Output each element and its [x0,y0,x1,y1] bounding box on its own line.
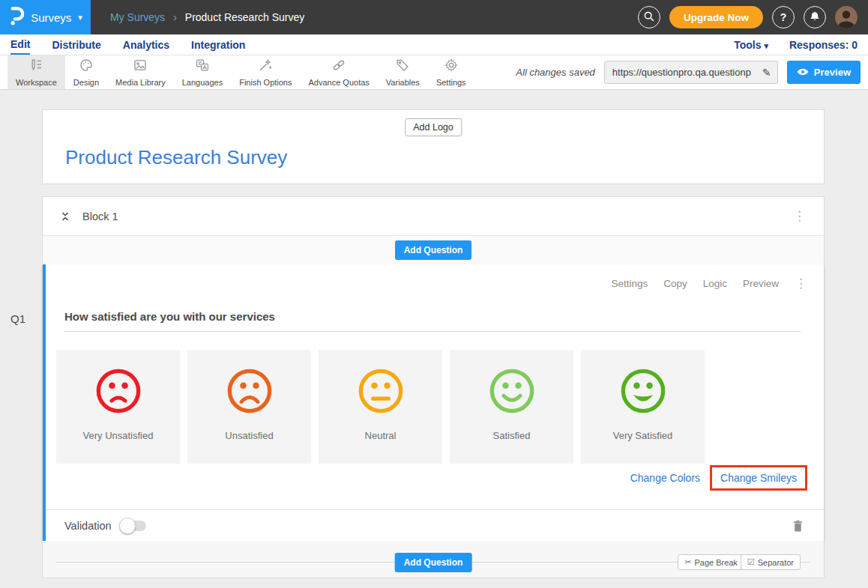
validation-row: Validation [46,509,824,541]
question-menu-kebab-icon[interactable]: ⋮ [795,277,807,290]
questionpro-logo-icon [8,5,24,29]
bell-icon [809,10,821,24]
upgrade-now-button[interactable]: Upgrade Now [669,6,763,28]
page-break-scissors-icon: ✂ [684,557,691,567]
separator-button[interactable]: ☑ Separator [741,554,801,570]
smiley-option-label: Very Satisfied [613,430,673,441]
smiley-option-label: Satisfied [493,430,531,441]
tool-variables[interactable]: Variables [378,55,428,89]
survey-url-input[interactable] [611,66,758,79]
product-menu-label: Surveys [31,11,71,24]
change-smileys-highlight-box: Change Smileys [710,465,807,491]
tool-finish-options[interactable]: Finish Options [231,55,300,89]
tool-languages[interactable]: Languages [174,55,231,89]
smiley-option-label: Very Unsatisfied [83,430,154,441]
section-nav: Edit Distribute Analytics Integration To… [0,34,868,55]
topbar-actions: Upgrade Now ? [638,6,868,28]
add-question-strip: Add Question [43,236,824,264]
delete-question-button[interactable] [793,520,803,532]
change-smileys-link[interactable]: Change Smileys [720,472,797,484]
tab-edit[interactable]: Edit [10,35,30,55]
smiley-option-label: Unsatisfied [225,430,273,441]
tool-design[interactable]: Design [65,55,107,89]
save-status-text: All changes saved [516,67,595,78]
block-menu-kebab-icon[interactable]: ⋮ [793,210,806,222]
smiley-options-row: Very Unsatisfied Unsatisfied Neutral Sat… [56,350,824,464]
tool-workspace[interactable]: Workspace [7,55,65,89]
user-avatar[interactable] [835,6,858,28]
caret-down-icon: ▾ [764,41,768,50]
smiley-face-icon [358,368,404,414]
tool-settings[interactable]: Settings [428,55,474,89]
finish-wand-icon [258,58,273,76]
question-copy-link[interactable]: Copy [663,278,687,289]
tab-distribute[interactable]: Distribute [52,36,100,54]
breadcrumb-separator-icon: › [173,11,177,23]
survey-title[interactable]: Product Research Survey [65,146,287,169]
smiley-face-icon [226,368,273,414]
app-logo-menu[interactable]: Surveys ▾ [0,0,91,34]
smiley-option-unsatisfied[interactable]: Unsatisfied [187,350,311,464]
smiley-option-satisfied[interactable]: Satisfied [450,350,573,464]
help-button[interactable]: ? [772,6,795,28]
editor-canvas: Q1 Add Logo Product Research Survey Bloc… [0,90,868,588]
add-question-button-top[interactable]: Add Question [395,240,472,260]
responses-count[interactable]: Responses: 0 [789,39,858,51]
validation-toggle[interactable] [121,521,146,531]
validation-label: Validation [64,520,112,532]
tool-advance-quotas[interactable]: Advance Quotas [300,55,377,89]
media-image-icon [133,58,148,76]
survey-header-card: Add Logo Product Research Survey [42,109,825,184]
search-icon [643,10,655,25]
question-actions: Settings Copy Logic Preview ⋮ [46,264,824,290]
separator-checkbox-icon: ☑ [747,557,755,567]
collapse-block-icon[interactable] [61,210,70,222]
question-index-label: Q1 [10,312,25,325]
editor-toolbar: Workspace Design Media Library Languages… [0,55,868,90]
eye-icon [797,67,809,78]
settings-gear-icon [444,58,459,76]
top-app-bar: Surveys ▾ My Surveys › Product Research … [0,0,868,34]
question-settings-link[interactable]: Settings [611,278,648,289]
block-title: Block 1 [82,210,118,222]
smiley-face-icon [620,368,666,414]
caret-down-icon: ▾ [78,13,82,22]
smiley-face-icon [95,368,142,414]
nav-right-group: Tools ▾ Responses: 0 [734,39,858,51]
survey-url-box: ✎ [604,61,778,84]
quotas-chain-icon [331,58,346,76]
design-palette-icon [79,58,94,76]
workspace-icon [28,58,43,76]
smiley-links-row: Change Colors Change Smileys [46,465,807,509]
edit-url-pencil-icon[interactable]: ✎ [762,67,771,79]
notifications-button[interactable] [804,6,826,28]
toggle-knob [119,518,136,534]
block-card: Block 1 ⋮ Add Question Settings Copy Log… [42,196,825,578]
variables-tag-icon [395,58,410,76]
smiley-option-label: Neutral [365,430,397,441]
trash-icon [793,520,803,532]
question-preview-link[interactable]: Preview [743,278,779,289]
tools-dropdown[interactable]: Tools ▾ [734,39,768,51]
question-logic-link[interactable]: Logic [703,278,727,289]
breadcrumb-my-surveys[interactable]: My Surveys [110,11,165,23]
smiley-option-very-unsatisfied[interactable]: Very Unsatisfied [56,350,180,464]
question-text[interactable]: How satisfied are you with our services [64,310,801,332]
preview-button[interactable]: Preview [787,61,861,84]
tab-analytics[interactable]: Analytics [123,36,169,54]
smiley-face-icon [489,368,535,414]
block-header: Block 1 ⋮ [43,197,824,236]
toolbar-right-group: All changes saved ✎ Preview [516,55,868,89]
add-question-button-bottom[interactable]: Add Question [395,553,472,572]
search-button[interactable] [638,6,660,28]
block-footer: Add Question ✂ Page Break ☑ Separator [43,541,824,578]
breadcrumb-current-survey: Product Research Survey [185,11,305,23]
tab-integration[interactable]: Integration [191,36,245,54]
add-logo-button[interactable]: Add Logo [405,118,462,136]
smiley-option-very-satisfied[interactable]: Very Satisfied [581,350,705,464]
question-card: Settings Copy Logic Preview ⋮ How satisf… [43,264,824,541]
smiley-option-neutral[interactable]: Neutral [319,350,442,464]
tool-media-library[interactable]: Media Library [107,55,174,89]
change-colors-link[interactable]: Change Colors [630,472,700,484]
page-break-button[interactable]: ✂ Page Break [678,554,744,570]
